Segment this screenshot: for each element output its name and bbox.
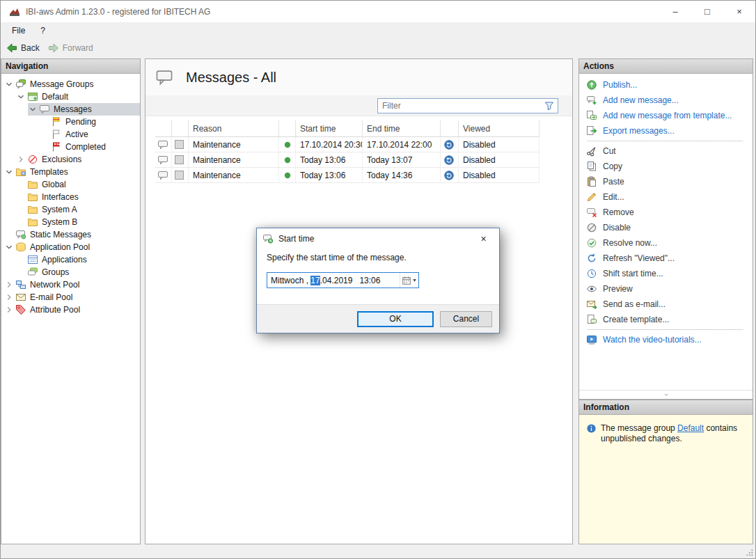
action-copy[interactable]: Copy — [586, 159, 753, 174]
chevron-down-icon[interactable] — [28, 104, 38, 114]
action-send-as-e-mail[interactable]: Send as e-mail... — [586, 297, 753, 312]
filter-icon[interactable] — [544, 100, 555, 111]
filter-box — [377, 98, 558, 113]
tree-item-applications[interactable]: Applications — [1, 253, 140, 266]
tree-item-attribute-pool[interactable]: Attribute Pool — [1, 304, 140, 316]
action-preview[interactable]: Preview — [586, 281, 753, 297]
action-cut[interactable]: Cut — [586, 143, 753, 159]
action-resolve-now[interactable]: Resolve now... — [586, 235, 753, 251]
tree-item-messages[interactable]: Messages — [1, 103, 140, 116]
forward-button[interactable]: Forward — [48, 42, 93, 54]
chevron-down-icon[interactable] — [4, 79, 14, 89]
close-button[interactable]: × — [723, 1, 755, 22]
column-start-time[interactable]: Start time — [296, 120, 363, 136]
tree-item-groups[interactable]: Groups — [1, 266, 140, 278]
action-add-new-message[interactable]: Add new message... — [586, 93, 753, 108]
action-add-new-message-from-template[interactable]: Add new message from template... — [586, 108, 753, 123]
table-row[interactable]: Maintenance17.10.2014 20:3017.10.2014 22… — [155, 137, 540, 152]
dialog-close-button[interactable]: × — [468, 228, 499, 249]
row-checkbox[interactable] — [175, 171, 184, 180]
cancel-button[interactable]: Cancel — [440, 311, 492, 327]
datetime-selected-day[interactable]: 17 — [310, 276, 320, 285]
actions-separator — [588, 329, 743, 330]
tree-item-interfaces[interactable]: Interfaces — [1, 191, 140, 203]
minimize-button[interactable]: – — [659, 1, 691, 22]
tree-item-content: Groups — [16, 266, 140, 278]
applications-icon — [27, 254, 38, 265]
tree-item-system-b[interactable]: System B — [1, 216, 140, 228]
chevron-down-icon[interactable] — [16, 92, 26, 102]
tree-item-content: Completed — [40, 141, 140, 153]
maximize-button[interactable]: □ — [691, 1, 723, 22]
action-remove[interactable]: Remove — [586, 205, 753, 220]
table-row[interactable]: MaintenanceToday 13:06Today 13:07Disable… — [155, 152, 540, 168]
default-group-link[interactable]: Default — [677, 423, 704, 433]
menu-help[interactable]: ? — [40, 26, 45, 36]
chevron-right-icon[interactable] — [4, 280, 14, 290]
tree-item-templates[interactable]: Templates — [1, 166, 140, 178]
cell-viewed-icon — [441, 152, 459, 167]
filter-input[interactable] — [378, 101, 544, 111]
row-checkbox[interactable] — [175, 155, 184, 164]
message-row-icon — [157, 170, 168, 181]
tree-item-active[interactable]: Active — [1, 128, 140, 141]
message-row-icon — [157, 155, 168, 166]
chevron-down-icon[interactable] — [4, 167, 14, 177]
row-checkbox[interactable] — [175, 140, 184, 149]
app-icon — [9, 6, 20, 17]
tree-item-global[interactable]: Global — [1, 178, 140, 191]
tree-item-pending[interactable]: Pending — [1, 116, 140, 128]
column-reason[interactable]: Reason — [189, 120, 279, 136]
messages-icon — [39, 104, 50, 115]
chevron-right-icon[interactable] — [4, 292, 14, 302]
action-publish[interactable]: Publish... — [586, 77, 753, 93]
tree-item-system-a[interactable]: System A — [1, 203, 140, 216]
dialog-title-bar[interactable]: Start time × — [257, 228, 499, 249]
action-watch-the-video-tutorials[interactable]: Watch the video-tutorials... — [586, 332, 753, 347]
cell-reason-text: Maintenance — [193, 171, 241, 180]
tree-indent — [1, 141, 40, 153]
tree-item-label: System A — [42, 205, 77, 214]
tree-item-e-mail-pool[interactable]: E-mail Pool — [1, 291, 140, 304]
action-export-messages[interactable]: Export messages... — [586, 123, 753, 139]
tree-item-message-groups[interactable]: Message Groups — [1, 78, 140, 90]
tree-item-application-pool[interactable]: Application Pool — [1, 241, 140, 253]
title-bar[interactable]: IBI-aws Admin 1.23.0 - registered for IB… — [1, 1, 755, 22]
action-disable[interactable]: Disable — [586, 220, 753, 235]
column-end-time[interactable]: End time — [363, 120, 441, 136]
cell-checkbox — [172, 168, 189, 182]
tree-item-static-messages[interactable]: Static Messages — [1, 228, 140, 241]
cell-start-text: Today 13:06 — [300, 171, 345, 180]
resize-grip[interactable] — [744, 547, 754, 557]
action-create-template[interactable]: Create template... — [586, 312, 753, 327]
chevron-down-icon[interactable] — [4, 242, 14, 252]
flag-active-icon — [51, 129, 62, 140]
action-refresh-viewed[interactable]: Refresh "Viewed"... — [586, 251, 753, 266]
exclusions-icon — [27, 154, 38, 165]
column-viewed[interactable]: Viewed — [459, 120, 540, 136]
ok-button[interactable]: OK — [357, 311, 434, 327]
datetime-picker[interactable]: Mittwoch , 17.04.2019 13:06 ▼ — [267, 272, 419, 288]
tree-item-completed[interactable]: Completed — [1, 141, 140, 153]
chevron-spacer — [16, 192, 26, 202]
chevron-right-icon[interactable] — [16, 155, 26, 164]
action-label: Publish... — [603, 80, 637, 90]
chevron-right-icon[interactable] — [4, 305, 14, 315]
action-paste[interactable]: Paste — [586, 174, 753, 189]
menu-file[interactable]: File — [12, 26, 25, 36]
action-edit[interactable]: Edit... — [586, 189, 753, 205]
tree-item-exclusions[interactable]: Exclusions — [1, 153, 140, 166]
cell-message-icon — [155, 137, 172, 152]
table-row[interactable]: MaintenanceToday 13:06Today 14:36Disable… — [155, 168, 540, 183]
action-label: Paste — [603, 177, 624, 187]
action-shift-start-time[interactable]: Shift start time... — [586, 266, 753, 281]
tree-item-default[interactable]: Default — [1, 90, 140, 103]
flag-completed-icon — [51, 141, 62, 152]
calendar-dropdown-button[interactable]: ▼ — [400, 273, 418, 288]
resolve-icon — [586, 237, 597, 249]
tree-item-label: Static Messages — [30, 230, 91, 239]
back-button[interactable]: Back — [6, 42, 40, 54]
tree-item-network-pool[interactable]: Network Pool — [1, 278, 140, 291]
actions-overflow-indicator[interactable] — [579, 390, 753, 399]
tree-item-content: Applications — [16, 253, 140, 266]
